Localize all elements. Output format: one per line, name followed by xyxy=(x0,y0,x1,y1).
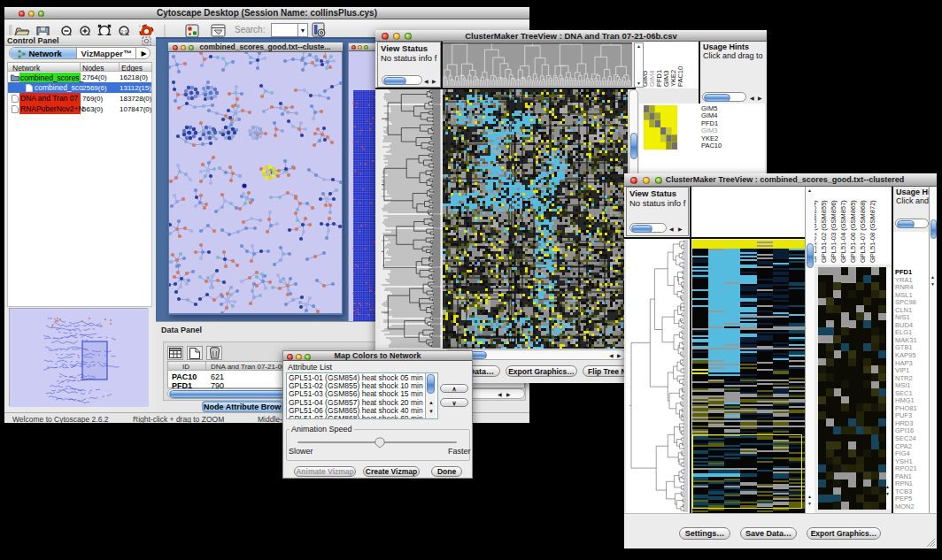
svg-text:1:1: 1:1 xyxy=(121,29,127,35)
